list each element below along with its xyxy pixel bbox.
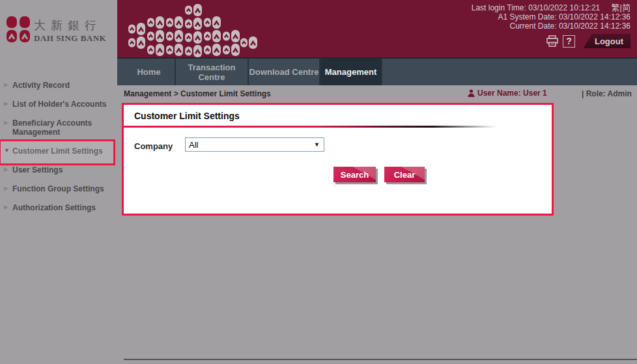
language-switch: 繁|简 — [612, 3, 630, 12]
bank-name-english: DAH SING BANK — [34, 33, 106, 44]
breadcrumb-separator: > — [174, 89, 178, 98]
tab-home[interactable]: Home — [123, 59, 175, 85]
sidebar-item-user-settings[interactable]: ▶ User Settings — [4, 165, 117, 175]
last-login-line: Last login Time: 03/10/2022 10:12:21 繁|简 — [472, 3, 630, 12]
help-button[interactable]: ? — [563, 35, 575, 48]
user-icon — [468, 89, 475, 97]
session-info: Last login Time: 03/10/2022 10:12:21 繁|简… — [472, 3, 630, 31]
content-area: Customer Limit Settings Company All ▼ Se… — [117, 103, 637, 364]
company-select[interactable]: All ▼ — [185, 137, 324, 152]
main-nav: Home Transaction Centre Download Centre … — [117, 57, 637, 85]
tab-download-centre[interactable]: Download Centre — [248, 59, 319, 85]
sidebar-item-customer-limit-settings[interactable]: ▼ Customer Limit Settings — [4, 147, 117, 156]
sidebar-menu: ▶ Activity Record ▶ List of Holder's Acc… — [0, 57, 117, 364]
logout-button[interactable]: Logout — [584, 34, 630, 48]
sidebar-item-function-group-settings[interactable]: ▶ Function Group Settings — [4, 184, 117, 193]
lang-traditional-link[interactable]: 繁 — [612, 3, 620, 12]
company-label: Company — [134, 141, 173, 151]
tab-management[interactable]: Management — [319, 59, 382, 85]
sidebar-item-authorization-settings[interactable]: ▶ Authorization Settings — [4, 203, 117, 212]
company-select-value: All — [186, 140, 314, 150]
clear-button[interactable]: Clear — [384, 167, 425, 182]
user-name-display: User Name: User 1 — [468, 89, 547, 98]
breadcrumb: Management > Customer Limit Settings — [124, 89, 271, 98]
sidebar-item-activity-record[interactable]: ▶ Activity Record — [4, 81, 117, 90]
chevron-right-icon: ▶ — [4, 81, 12, 90]
printer-icon[interactable] — [546, 35, 559, 47]
panel-title-rule — [124, 126, 552, 128]
chevron-right-icon: ▶ — [4, 203, 12, 212]
search-button[interactable]: Search — [333, 167, 376, 182]
breadcrumb-page: Customer Limit Settings — [180, 89, 271, 98]
chevron-right-icon: ▶ — [4, 119, 12, 137]
sidebar-item-list-of-holders-accounts[interactable]: ▶ List of Holder's Accounts — [4, 100, 117, 109]
select-arrow-icon: ▼ — [314, 141, 324, 148]
bank-name-chinese: 大新銀行 — [34, 18, 102, 33]
current-date-line: Current Date: 03/10/2022 14:12:36 — [472, 21, 630, 31]
customer-limit-settings-panel: Customer Limit Settings Company All ▼ Se… — [122, 103, 554, 216]
breadcrumb-section[interactable]: Management — [124, 89, 171, 98]
lang-simplified-link[interactable]: 简 — [622, 3, 630, 12]
bank-logo: 大新銀行 DAH SING BANK — [0, 0, 117, 57]
chevron-right-icon: ▶ — [4, 100, 12, 109]
panel-title: Customer Limit Settings — [134, 111, 240, 121]
header: Last login Time: 03/10/2022 10:12:21 繁|简… — [117, 0, 637, 57]
breadcrumb-bar: Management > Customer Limit Settings Use… — [117, 85, 637, 103]
bank-logo-icon — [7, 16, 30, 42]
user-role-display: | Role: Admin — [582, 89, 632, 98]
chevron-right-icon: ▶ — [4, 184, 12, 193]
footer-divider — [124, 359, 637, 360]
chevron-down-icon: ▼ — [4, 147, 12, 156]
tab-transaction-centre[interactable]: Transaction Centre — [175, 59, 248, 85]
system-date-line: A1 System Date: 03/10/2022 14:12:36 — [472, 12, 630, 21]
logo-pattern-decoration — [117, 0, 287, 57]
sidebar-item-beneficiary-accounts-management[interactable]: ▶ Beneficiary Accounts Management — [4, 119, 117, 137]
chevron-right-icon: ▶ — [4, 165, 12, 175]
